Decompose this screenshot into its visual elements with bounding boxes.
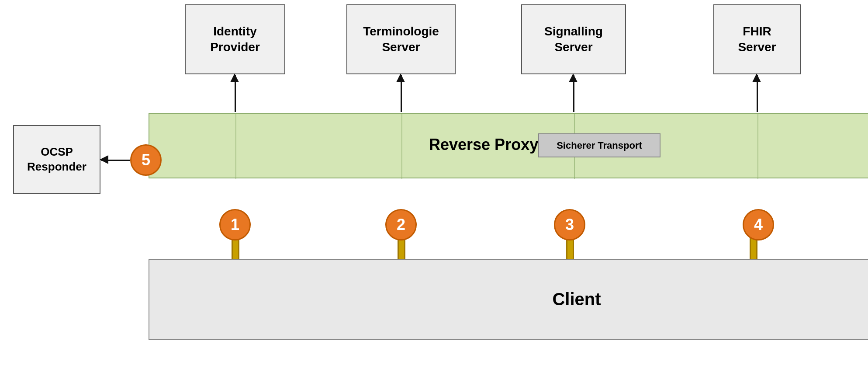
divider-4 (757, 114, 758, 179)
reverse-proxy-label: Reverse Proxy (429, 136, 538, 154)
ocsp-arrowhead (100, 155, 108, 164)
circle-5: 5 (130, 144, 162, 176)
circle-3-label: 3 (565, 216, 574, 234)
fhir-server-label: FHIR Server (738, 24, 776, 56)
reverse-proxy-band: Reverse Proxy Sicherer Transport (149, 113, 868, 178)
circle-3: 3 (554, 209, 585, 241)
sicherer-transport-label: Sicherer Transport (557, 140, 642, 151)
arrowhead-terminologie (396, 73, 405, 82)
identity-provider-label: Identity Provider (210, 24, 260, 56)
diagram: OCSP Responder Identity Provider Termino… (0, 0, 868, 373)
circle-4: 4 (743, 209, 774, 241)
fhir-server-box: FHIR Server (713, 4, 801, 74)
sicherer-transport-badge: Sicherer Transport (538, 133, 661, 157)
ocsp-label: OCSP Responder (27, 145, 86, 174)
arrowhead-signalling (569, 73, 578, 82)
identity-provider-box: Identity Provider (185, 4, 285, 74)
ocsp-box: OCSP Responder (13, 125, 100, 194)
circle-1-label: 1 (231, 216, 239, 234)
circle-2-label: 2 (397, 216, 405, 234)
signalling-server-label: Signalling Server (544, 24, 603, 56)
client-label: Client (552, 289, 601, 309)
divider-1 (235, 114, 236, 179)
arrowhead-identity (230, 73, 239, 82)
terminologie-server-box: Terminologie Server (346, 4, 456, 74)
arrowhead-fhir (752, 73, 761, 82)
circle-2: 2 (385, 209, 417, 241)
client-band: Client (149, 259, 868, 340)
signalling-server-box: Signalling Server (521, 4, 626, 74)
circle-4-label: 4 (754, 216, 763, 234)
circle-1: 1 (219, 209, 251, 241)
circle-5-label: 5 (142, 151, 150, 169)
terminologie-server-label: Terminologie Server (363, 24, 439, 56)
divider-2 (401, 114, 402, 179)
